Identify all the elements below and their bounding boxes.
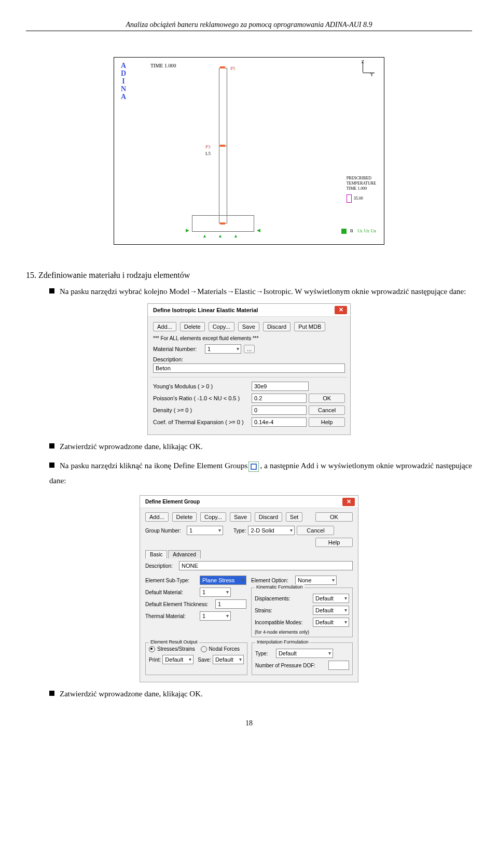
print-input[interactable]: Default	[162, 655, 193, 664]
adina-plot-figure: ADINA TIME 1.000 Z Y P5 P3 L5 ▶ ◀ ▲	[114, 57, 384, 245]
default-material-label: Default Material:	[145, 590, 200, 595]
save-output-label: Save:	[198, 657, 211, 663]
subtype-label: Element Sub-Type:	[145, 578, 200, 583]
cancel-button[interactable]: Cancel	[309, 405, 345, 415]
delete-button[interactable]: Delete	[172, 512, 197, 522]
page-header: Analiza obciążeń baneru reklamowego za p…	[26, 21, 472, 31]
interpolation-formulation-group: Interpolation Formulation Type:Default N…	[252, 642, 353, 675]
bullet-item: Na pasku narzędzi wybrać kolejno Model→M…	[49, 287, 472, 296]
group-number-label: Group Number:	[145, 528, 187, 534]
save-output-input[interactable]: Default	[213, 655, 244, 664]
temperature-legend: PRESCRIBED TEMPERATURE TIME 1.000 35.00	[347, 176, 376, 203]
thickness-label: Default Element Thickness:	[145, 601, 215, 607]
incompatible-note: (for 4-node elements only)	[255, 629, 349, 635]
set-button[interactable]: Set	[286, 512, 303, 522]
tab-advanced[interactable]: Advanced	[168, 550, 200, 558]
interp-type-label: Type:	[255, 651, 276, 656]
strains-input[interactable]: Default	[313, 606, 349, 615]
incompatible-modes-input[interactable]: Default	[313, 618, 349, 627]
poisson-input[interactable]: 0.2	[252, 394, 307, 403]
type-label: Type:	[233, 528, 246, 534]
strains-label: Strains:	[255, 608, 313, 613]
section-heading: 15. Zdefiniowanie materiału i rodzaju el…	[26, 271, 472, 280]
incompatible-modes-label: Incompatible Modes:	[255, 620, 313, 625]
description-label: Description:	[153, 356, 345, 362]
put-mdb-button[interactable]: Put MDB	[294, 322, 325, 331]
kinematic-formulation-group: Kinematic Formulation Displacements:Defa…	[251, 587, 353, 637]
bullet-item: Na pasku narzędzi kliknąć na ikonę Defin…	[49, 458, 472, 488]
element-result-output-group: Element Result Output Stresses/Strains N…	[145, 642, 247, 675]
displacements-label: Displacements:	[255, 596, 313, 601]
page-number: 18	[26, 719, 472, 727]
subtype-input[interactable]: Plane Stress	[200, 576, 246, 585]
displacements-input[interactable]: Default	[313, 594, 349, 603]
help-button[interactable]: Help	[315, 538, 353, 547]
foundation-block: ▶ ◀ ▲ ▲ ▲	[192, 215, 254, 232]
type-input[interactable]: 2-D Solid	[248, 526, 295, 535]
interp-type-input[interactable]: Default	[276, 649, 333, 658]
density-label: Density ( >= 0 )	[153, 407, 252, 413]
youngs-input[interactable]: 30e9	[252, 382, 309, 391]
youngs-label: Young's Modulus ( > 0 )	[153, 383, 252, 389]
element-option-label: Element Option:	[251, 578, 295, 583]
thickness-input[interactable]: 1	[215, 599, 246, 609]
element-option-input[interactable]: None	[295, 576, 337, 585]
discard-button[interactable]: Discard	[255, 512, 282, 522]
pressure-dof-label: Number of Pressure DOF:	[255, 663, 328, 668]
dialog-title: Define Isotropic Linear Elastic Material…	[148, 304, 350, 317]
add-button[interactable]: Add...	[145, 512, 169, 522]
bullet-item: Zatwierdzić wprowadzone dane, klikając O…	[49, 442, 472, 451]
default-material-input[interactable]: 1	[200, 587, 231, 597]
copy-button[interactable]: Copy...	[200, 512, 226, 522]
poisson-label: Poisson's Ratio ( -1.0 < NU < 0.5 )	[153, 395, 252, 401]
dialog-title: Define Element Group ✕	[140, 496, 358, 508]
cte-label: Coef. of Thermal Expansion ( >= 0 )	[153, 419, 252, 425]
delete-button[interactable]: Delete	[180, 322, 205, 331]
material-number-input[interactable]: 1	[205, 344, 241, 354]
cancel-button[interactable]: Cancel	[297, 526, 334, 535]
pressure-dof-input[interactable]	[328, 661, 349, 670]
help-button[interactable]: Help	[309, 417, 345, 427]
group-number-input[interactable]: 1	[187, 526, 223, 535]
hint-text: *** For ALL elements except fluid elemen…	[153, 335, 345, 341]
description-input[interactable]: Beton	[153, 363, 345, 373]
ok-button[interactable]: OK	[315, 512, 353, 522]
define-element-group-dialog: Define Element Group ✕ Add... Delete Cop…	[140, 495, 358, 682]
tab-basic[interactable]: Basic	[145, 550, 167, 558]
bc-legend: B U₁ U₂ U₃	[341, 228, 376, 234]
add-button[interactable]: Add...	[153, 322, 176, 331]
material-number-label: Material Number:	[153, 346, 205, 352]
beam-element: P5 P3 L5 ▶ ◀ ▲ ▲ ▲	[213, 68, 233, 223]
save-button[interactable]: Save	[230, 512, 251, 522]
define-element-groups-icon	[248, 461, 259, 472]
stresses-radio[interactable]	[149, 646, 155, 652]
print-label: Print:	[149, 657, 161, 663]
define-material-dialog: Define Isotropic Linear Elastic Material…	[147, 303, 351, 435]
save-button[interactable]: Save	[238, 322, 259, 331]
browse-button[interactable]: ...	[244, 345, 255, 353]
description-label: Description:	[145, 563, 179, 569]
discard-button[interactable]: Discard	[263, 322, 290, 331]
thermal-material-label: Thermal Material:	[145, 613, 200, 619]
bullet-item: Zatwierdzić wprowadzone dane, klikając O…	[49, 690, 472, 698]
close-icon[interactable]: ✕	[335, 306, 347, 314]
nodal-forces-radio[interactable]	[201, 646, 207, 652]
copy-button[interactable]: Copy...	[209, 322, 234, 331]
density-input[interactable]: 0	[252, 405, 307, 415]
close-icon[interactable]: ✕	[342, 498, 355, 506]
thermal-material-input[interactable]: 1	[200, 611, 231, 621]
adina-logo: ADINA	[119, 62, 128, 101]
cte-input[interactable]: 0.14e-4	[252, 417, 307, 427]
description-input[interactable]: NONE	[179, 561, 353, 570]
ok-button[interactable]: OK	[309, 394, 345, 403]
plot-time-label: TIME 1.000	[150, 63, 176, 68]
